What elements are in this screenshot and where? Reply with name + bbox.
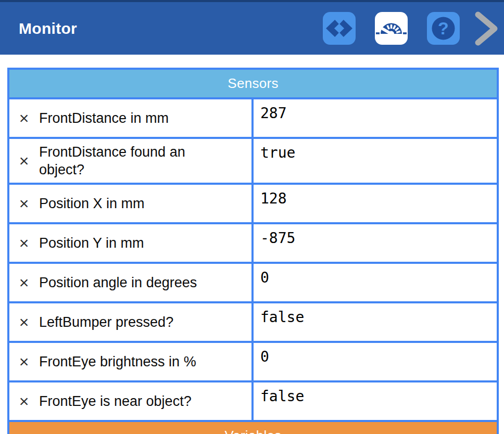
sensor-value: -875 — [253, 223, 498, 263]
sensor-label: FrontEye brightness in % — [39, 353, 196, 371]
sensor-label-wrap: × FrontDistance found an object? — [16, 143, 246, 178]
close-icon[interactable]: × — [16, 152, 32, 169]
sensor-label-wrap: × Position X in mm — [16, 195, 246, 212]
chevron-right-icon — [474, 11, 499, 46]
page-title: Monitor — [19, 20, 77, 37]
close-icon[interactable]: × — [16, 274, 32, 291]
sensor-label-wrap: × FrontEye brightness in % — [16, 353, 246, 371]
sensor-label: FrontDistance in mm — [39, 109, 169, 127]
close-icon[interactable]: × — [16, 393, 32, 410]
sensor-row: × Position Y in mm -875 — [8, 223, 498, 263]
sensor-row: × FrontDistance found an object? true — [8, 138, 498, 184]
sensor-label-cell: × LeftBumper pressed? — [8, 302, 253, 342]
sensor-label-wrap: × FrontDistance in mm — [16, 109, 246, 127]
sensor-row: × FrontEye is near object? false — [8, 381, 498, 421]
sensor-label-cell: × Position angle in degrees — [8, 263, 253, 302]
code-icon — [323, 12, 356, 45]
sensor-value: false — [253, 302, 498, 342]
help-button[interactable]: ? — [427, 12, 460, 45]
sensor-value: true — [253, 138, 498, 184]
sensor-label: FrontEye is near object? — [39, 392, 192, 410]
variables-section-header: Variables — [8, 421, 498, 434]
close-icon[interactable]: × — [16, 110, 32, 126]
close-icon[interactable]: × — [16, 314, 32, 330]
sensor-row: × LeftBumper pressed? false — [8, 302, 498, 342]
sensor-row: × FrontEye brightness in % 0 — [8, 342, 498, 381]
sensor-label-wrap: × LeftBumper pressed? — [16, 313, 246, 331]
sensor-row: × FrontDistance in mm 287 — [8, 98, 498, 138]
gauge-icon — [375, 12, 408, 45]
close-icon[interactable]: × — [16, 195, 32, 212]
sensor-label: Position Y in mm — [39, 234, 144, 252]
help-icon: ? — [427, 12, 460, 45]
sensor-label: FrontDistance found an object? — [39, 143, 214, 178]
monitor-view-button[interactable] — [375, 12, 408, 45]
sensor-value: 0 — [253, 342, 498, 381]
sensors-section-row: Sensors — [8, 69, 498, 98]
panel-header: Monitor — [0, 0, 504, 55]
sensor-value: 287 — [253, 98, 498, 138]
sensor-row: × Position X in mm 128 — [8, 184, 498, 223]
sensor-label-cell: × FrontEye brightness in % — [8, 342, 253, 381]
collapse-panel-button[interactable] — [474, 11, 499, 46]
sensor-label-cell: × FrontDistance in mm — [8, 98, 253, 138]
sensor-label-cell: × Position Y in mm — [8, 223, 253, 263]
monitor-panel: Monitor — [0, 0, 504, 434]
variables-section-row: Variables — [8, 421, 498, 434]
sensor-label-cell: × FrontEye is near object? — [8, 381, 253, 421]
sensor-label-wrap: × Position Y in mm — [16, 234, 246, 252]
sensor-label-wrap: × FrontEye is near object? — [16, 392, 246, 410]
sensors-section-header: Sensors — [8, 69, 498, 98]
help-glyph: ? — [438, 18, 449, 38]
header-actions: ? — [304, 11, 504, 46]
close-icon[interactable]: × — [16, 235, 32, 251]
sensor-value: false — [253, 381, 498, 421]
sensor-label: Position X in mm — [39, 195, 145, 212]
sensor-label: LeftBumper pressed? — [39, 313, 173, 331]
sensor-label: Position angle in degrees — [39, 274, 197, 291]
sensor-monitor-table: Sensors × FrontDistance in mm 287 × Fron… — [7, 68, 499, 434]
sensor-value: 128 — [253, 184, 498, 223]
close-icon[interactable]: × — [16, 353, 32, 370]
sensor-label-wrap: × Position angle in degrees — [16, 274, 246, 291]
sensor-label-cell: × FrontDistance found an object? — [8, 138, 253, 184]
sensor-value: 0 — [253, 263, 498, 302]
sensor-row: × Position angle in degrees 0 — [8, 263, 498, 302]
sensor-label-cell: × Position X in mm — [8, 184, 253, 223]
code-view-button[interactable] — [323, 12, 356, 45]
